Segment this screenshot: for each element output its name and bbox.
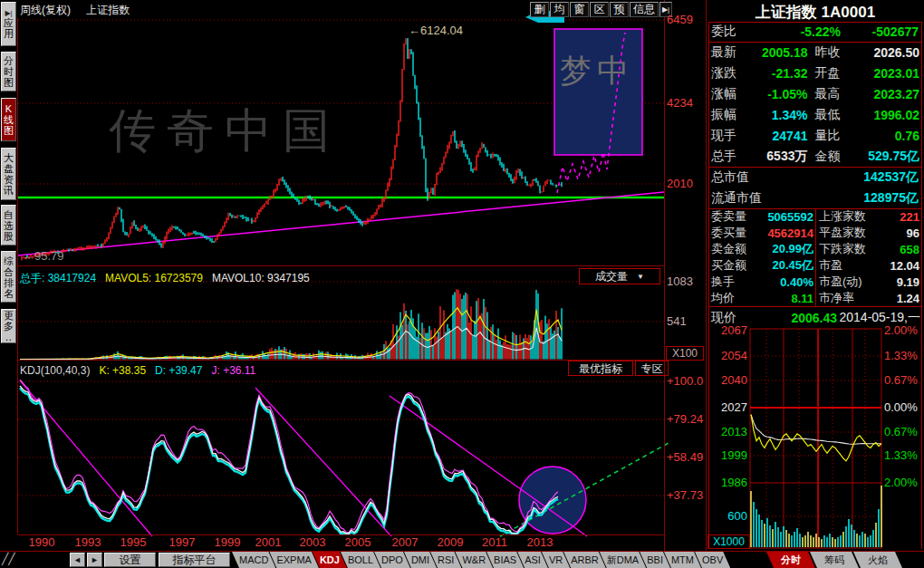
- kdj-d-line: [20, 388, 558, 534]
- field-label: 振幅: [708, 107, 759, 123]
- field-value: 1.24: [873, 292, 922, 305]
- field-value: 6533万: [759, 149, 807, 165]
- indicator-dropdown[interactable]: 成交量 ▼: [579, 268, 660, 284]
- field-value: 20.45亿: [757, 257, 813, 274]
- sidebar-item-1[interactable]: ▶|应用: [1, 2, 16, 46]
- field-label: 市净率: [813, 290, 873, 306]
- quote-row: 委买量4562914平盘家数96: [708, 225, 922, 241]
- sidebar-item-5[interactable]: 自选股: [1, 205, 16, 245]
- view-tab-1[interactable]: 分时: [766, 552, 815, 568]
- intraday-price-label: 2013: [707, 425, 747, 438]
- quote-row: 涨幅-1.05%最高2023.27: [708, 83, 922, 104]
- sidebar-item-char: 多: [4, 321, 14, 332]
- dropdown-label: 成交量: [595, 269, 628, 284]
- toolbar-button-4[interactable]: 区: [590, 2, 609, 17]
- year-tick-label: 1997: [166, 535, 198, 549]
- tab-arbr[interactable]: ARBR: [563, 552, 606, 568]
- sidebar-item-char: 自: [4, 209, 14, 220]
- indicator-platform-button[interactable]: 指标平台: [159, 553, 230, 567]
- field-label: 流通市值: [708, 190, 790, 207]
- view-tabs: 分时筹码火焰: [766, 552, 902, 568]
- quote-row: 总市值142537亿: [708, 167, 922, 188]
- quote-row: 委比-5.22%-502677: [708, 22, 922, 42]
- intraday-price-label: 2054: [707, 349, 747, 362]
- kdj-legend-item: KDJ(100,40,3): [20, 364, 90, 377]
- intraday-price-label: 1986: [707, 476, 747, 489]
- field-label: 委买量: [708, 225, 757, 241]
- toolbar-button-1[interactable]: 删: [530, 2, 549, 17]
- field-value: 128975亿: [790, 190, 922, 207]
- field-value: 529.75亿: [863, 149, 922, 165]
- year-tick-label: 2011: [478, 535, 511, 549]
- field-label: 开盘: [807, 65, 863, 82]
- view-tab-2[interactable]: 筹码: [810, 552, 859, 568]
- volume-axis-label: 1083: [667, 274, 693, 288]
- kdj-panel-button-2[interactable]: 专区: [635, 361, 669, 376]
- year-tick-label: 2003: [296, 535, 329, 549]
- field-value: 2026.50: [863, 45, 922, 60]
- tab-dpo[interactable]: DPO: [374, 552, 410, 568]
- field-label: 总手: [708, 149, 759, 165]
- tab-macd[interactable]: MACD: [232, 552, 275, 568]
- tab-expma[interactable]: EXPMA: [269, 552, 319, 568]
- peak-price-label: ←6124.04: [409, 24, 463, 37]
- kdj-legend-item: K: +38.35: [99, 364, 146, 377]
- field-value: 4562914: [757, 226, 813, 240]
- sidebar-item-6[interactable]: 综合排名: [1, 251, 16, 303]
- intraday-percent-label: 0.00%: [884, 400, 918, 414]
- field-value: -21.32: [759, 66, 807, 81]
- chevron-down-icon: ▼: [637, 273, 644, 281]
- scroll-left-button[interactable]: ◄: [70, 553, 85, 567]
- tab-obv[interactable]: OBV: [695, 552, 730, 568]
- view-tab-3[interactable]: 火焰: [853, 552, 902, 568]
- field-value: -5.22%: [759, 24, 841, 39]
- sidebar-item-char: 综: [4, 255, 14, 266]
- field-label: 买金额: [708, 257, 757, 274]
- kdj-panel-button-1[interactable]: 最优指标: [568, 361, 633, 376]
- sidebar-item-4[interactable]: 大盘资讯: [1, 148, 16, 200]
- field-value: 12.04: [873, 259, 922, 273]
- kdj-legend-item: J: +36.11: [211, 364, 255, 377]
- sidebar-item-2[interactable]: 分时图: [1, 52, 16, 91]
- field-value: 2023.27: [863, 87, 922, 101]
- watermark-main: 传奇中国: [109, 104, 341, 157]
- sidebar-item-char: 线: [4, 114, 14, 125]
- kdj-j-line: [20, 380, 558, 533]
- field-label: 均价: [708, 290, 757, 306]
- quote-row: 均价8.11市净率1.24: [708, 290, 922, 306]
- sidebar-item-char: 更: [4, 310, 14, 321]
- sidebar-item-3[interactable]: K线图: [1, 98, 16, 141]
- field-value: 142537亿: [790, 169, 922, 186]
- field-value: 8.11: [757, 292, 813, 305]
- field-label: 昨收: [807, 44, 863, 61]
- sidebar-item-7[interactable]: 更多‥: [1, 309, 16, 343]
- current-price-value: 2006.43: [759, 311, 837, 325]
- field-value: 1.34%: [759, 108, 807, 122]
- tab-bias[interactable]: BIAS: [486, 552, 524, 568]
- settings-button[interactable]: 设置: [104, 553, 156, 567]
- toolbar-button-6[interactable]: 信息: [630, 2, 659, 17]
- field-value: 2023.01: [863, 66, 922, 81]
- quote-row: 涨跌-21.32开盘2023.01: [708, 63, 922, 83]
- scroll-right-button[interactable]: ►: [87, 553, 102, 567]
- intraday-unit-label: X1000: [707, 534, 750, 549]
- volume-legend-item: MAVOL5: 16723579: [105, 272, 203, 284]
- intraday-percent-label: 0.67%: [884, 373, 918, 387]
- field-value: -1.05%: [759, 87, 807, 101]
- quote-box: 总市值142537亿流通市值128975亿: [708, 167, 922, 208]
- field-label: 涨幅: [708, 86, 759, 102]
- toolbar-button-5[interactable]: 预: [610, 2, 629, 17]
- sidebar-item-char: 名: [4, 288, 14, 299]
- sidebar-item-char: 资: [4, 174, 14, 185]
- toolbar-button-2[interactable]: 均: [550, 2, 569, 17]
- volume-legend: 总手: 38417924MAVOL5: 16723579MAVOL10: 934…: [20, 269, 319, 286]
- resize-grip-icon: ╱╱: [2, 553, 14, 565]
- tab-新dma[interactable]: 新DMA: [600, 552, 646, 568]
- toolbar-button-3[interactable]: 窗: [570, 2, 589, 17]
- field-value: 1996.02: [863, 108, 922, 122]
- field-value: 96: [873, 226, 922, 240]
- tab-mtm[interactable]: MTM: [664, 552, 701, 568]
- tab-w&r[interactable]: W&R: [455, 552, 493, 568]
- sidebar-item-char: 时: [4, 66, 14, 77]
- tab-boll[interactable]: BOLL: [341, 552, 380, 568]
